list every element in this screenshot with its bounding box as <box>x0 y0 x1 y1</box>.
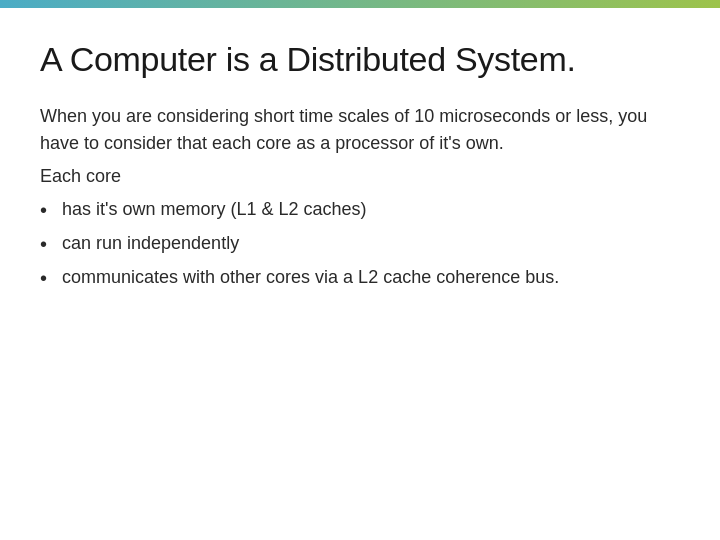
bullet-dot-2: • <box>40 230 62 258</box>
top-accent-bar <box>0 0 720 8</box>
body-paragraph-1: When you are considering short time scal… <box>40 103 680 157</box>
slide-body: When you are considering short time scal… <box>40 103 680 298</box>
slide-container: A Computer is a Distributed System. When… <box>0 8 720 540</box>
bullet-text-2: can run independently <box>62 230 680 257</box>
bullet-list: • has it's own memory (L1 & L2 caches) •… <box>40 196 680 292</box>
list-item: • has it's own memory (L1 & L2 caches) <box>40 196 680 224</box>
bullet-text-1: has it's own memory (L1 & L2 caches) <box>62 196 680 223</box>
list-item: • communicates with other cores via a L2… <box>40 264 680 292</box>
each-core-label: Each core <box>40 163 680 190</box>
bullet-dot-3: • <box>40 264 62 292</box>
bullet-text-3: communicates with other cores via a L2 c… <box>62 264 680 291</box>
slide-title: A Computer is a Distributed System. <box>40 40 680 79</box>
bullet-dot-1: • <box>40 196 62 224</box>
list-item: • can run independently <box>40 230 680 258</box>
